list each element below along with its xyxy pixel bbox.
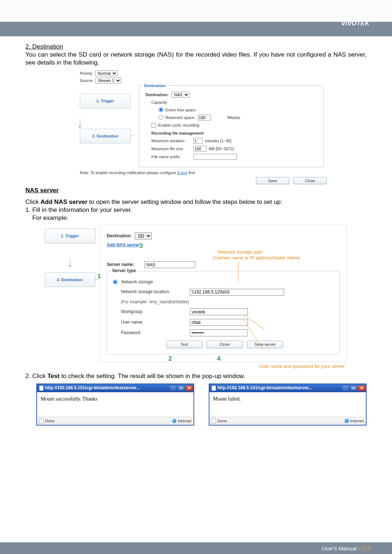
close-window-button[interactable]: ✕ xyxy=(185,385,193,391)
recording-file-mgmt-header: Recording file management xyxy=(151,131,317,136)
callout-path-sub: (\\server name or IP address\folder name… xyxy=(213,255,300,261)
callout-2: 2 xyxy=(168,355,172,363)
globe-icon xyxy=(172,419,176,423)
minimize-button[interactable]: _ xyxy=(342,385,349,391)
max-duration-input[interactable] xyxy=(193,138,203,144)
max-duration-unit: minutes [1~30] xyxy=(205,138,231,143)
source-row: Source: Stream 1 xyxy=(80,78,327,83)
nas-server-instruction: Click Add NAS server to open the server … xyxy=(25,198,367,206)
source-label: Source: xyxy=(80,78,94,83)
nas-panel: 3 1 2 4 Network storage path (\\server n… xyxy=(100,225,347,362)
popup-titlebar: http://192.168.5.151/cgi-bin/admin/tests… xyxy=(37,384,193,392)
capacity-reserved-input[interactable] xyxy=(198,115,211,120)
workgroup-label: Workgroup: xyxy=(121,309,186,315)
network-storage-label: Network storage xyxy=(121,279,153,285)
workgroup-input[interactable] xyxy=(190,308,248,315)
nav-destination[interactable]: 2. Destination xyxy=(80,129,131,143)
popup-url: http://192.168.5.151/cgi-bin/admin/tests… xyxy=(45,385,140,391)
popup-mount-success: http://192.168.5.151/cgi-bin/admin/tests… xyxy=(36,383,194,426)
section-destination-text: You can select the SD card or network st… xyxy=(25,51,367,67)
filename-prefix-label: File name prefix: xyxy=(151,154,191,159)
server-name-input[interactable] xyxy=(144,261,195,268)
capacity-entire-radio[interactable] xyxy=(159,107,163,112)
close-button[interactable]: Close xyxy=(293,177,327,184)
server-type-fieldset: Server type Network storage Network stor… xyxy=(107,271,340,354)
capacity-reserved-unit: Mbytes xyxy=(228,115,240,120)
popup-statusbar: Done Internet xyxy=(209,417,366,425)
callout-line xyxy=(238,262,238,282)
save-button[interactable]: Save xyxy=(256,177,289,184)
page-icon xyxy=(39,418,44,423)
section-destination-heading: 2. Destination xyxy=(25,43,367,51)
priority-select[interactable]: Normal xyxy=(95,70,118,76)
page-footer: User's Manual - 115 xyxy=(0,542,392,554)
storage-location-label: Network storage location: xyxy=(121,289,186,295)
screenshot-destination-settings: Priority: Normal Source: Stream 1 1. Tri… xyxy=(80,70,327,184)
maximize-button[interactable]: ▭ xyxy=(350,385,357,391)
network-storage-radio[interactable] xyxy=(113,280,118,284)
destination-select-label: Destination: xyxy=(107,233,132,239)
nas-step2: 2. Click Test to check the setting. The … xyxy=(25,372,367,380)
destination-legend: Destination xyxy=(143,83,167,88)
server-name-label: Server name: xyxy=(107,262,142,268)
popup-body: Mount successfully. Thanks xyxy=(37,392,193,417)
callout-4: 4 xyxy=(217,355,220,363)
destination-select[interactable]: SD xyxy=(135,233,152,239)
brand-name: VIVOTEK xyxy=(341,20,369,27)
max-filesize-input[interactable] xyxy=(193,146,207,152)
server-type-legend: Server type xyxy=(111,268,137,274)
priority-row: Priority: Normal xyxy=(80,70,327,76)
capacity-reserved-label: Reserved space: xyxy=(166,115,196,120)
nas-step1: 1. Fill in the information for your serv… xyxy=(25,206,367,214)
maximize-button[interactable]: ▭ xyxy=(177,385,185,391)
nav-trigger[interactable]: 1. Trigger xyxy=(80,94,131,108)
callout-path-title: Network storage path xyxy=(218,249,263,255)
popup-body: Mount failed. xyxy=(209,392,366,417)
wizard-nav: 1. Trigger 2. Destination xyxy=(40,225,100,362)
close-window-button[interactable]: ✕ xyxy=(358,385,365,391)
capacity-reserved-radio[interactable] xyxy=(159,115,163,120)
filename-prefix-input[interactable] xyxy=(193,154,237,160)
close-button[interactable]: Close xyxy=(207,341,243,348)
nav-destination[interactable]: 2. Destination xyxy=(45,272,95,287)
password-label: Password: xyxy=(121,330,186,336)
save-server-button[interactable]: Save server xyxy=(247,341,283,348)
source-select[interactable]: Stream 1 xyxy=(95,78,121,83)
destination-select[interactable]: NAS xyxy=(172,92,189,98)
capacity-entire-label: Entire free space xyxy=(166,107,196,112)
screenshot-add-nas-server: 1. Trigger 2. Destination 3 1 2 4 Networ… xyxy=(40,225,352,362)
max-filesize-label: Maximum file size: xyxy=(151,146,191,151)
password-input[interactable] xyxy=(190,329,248,336)
minimize-button[interactable]: _ xyxy=(170,385,177,391)
test-button[interactable]: Test xyxy=(166,341,203,348)
add-nas-server-link[interactable]: Add NAS server xyxy=(107,242,140,248)
popup-mount-failed: http://192.168.5.151/cgi-bin/admin/tests… xyxy=(209,383,367,426)
max-duration-label: Maximum duration: xyxy=(151,138,191,143)
page-header: VIVOTEK xyxy=(0,0,392,33)
page-icon xyxy=(39,386,44,391)
popup-url: http://192.168.5.151/cgi-bin/admin/tests… xyxy=(217,385,312,391)
configure-event-note: Note: To enable recording notification p… xyxy=(80,170,327,175)
page-icon xyxy=(212,386,216,391)
callout-3: 3 xyxy=(139,242,143,250)
globe-icon xyxy=(344,419,349,423)
nav-trigger[interactable]: 1. Trigger xyxy=(45,229,95,243)
cyclic-recording-checkbox[interactable] xyxy=(151,123,156,128)
callout-user-password: User name and password for your server xyxy=(40,364,352,370)
storage-location-example: (For example: \\my_nas\disk\folder) xyxy=(121,299,334,305)
username-label: User name: xyxy=(121,320,186,325)
storage-location-input[interactable] xyxy=(190,289,284,296)
capacity-label: Capacity: xyxy=(151,100,168,105)
cyclic-recording-label: Enable cyclic recording xyxy=(158,123,199,128)
nas-server-heading: NAS server xyxy=(25,186,367,194)
priority-label: Priority: xyxy=(80,71,93,75)
event-link[interactable]: Event xyxy=(177,171,187,175)
callout-1: 1 xyxy=(97,272,101,280)
wizard-nav: 1. Trigger 2. Destination xyxy=(80,86,134,167)
destination-select-label: Destination: xyxy=(146,92,169,97)
popup-titlebar: http://192.168.5.151/cgi-bin/admin/tests… xyxy=(209,384,366,392)
max-filesize-unit: MB [50~3072] xyxy=(209,146,234,151)
nas-step1-example: For example: xyxy=(25,214,367,222)
username-input[interactable] xyxy=(190,319,248,326)
page-icon xyxy=(212,418,216,423)
